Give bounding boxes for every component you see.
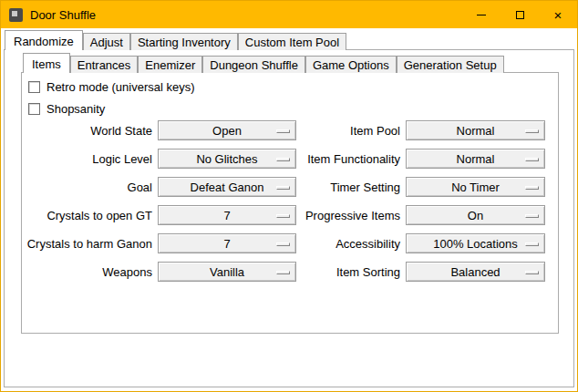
dropdown-value: Normal <box>457 152 495 166</box>
dropdown-indicator-icon <box>525 129 539 133</box>
dropdown-value: 7 <box>223 209 230 222</box>
item-pool-dropdown[interactable]: Normal <box>406 120 545 140</box>
weapons-label: Weapons <box>102 265 152 279</box>
main-tab-bar: Randomize Adjust Starting Inventory Cust… <box>5 30 346 50</box>
titlebar[interactable]: Door Shuffle × <box>1 1 577 28</box>
close-button[interactable]: × <box>539 1 577 28</box>
dropdown-indicator-icon <box>276 158 290 161</box>
tab-entrances[interactable]: Entrances <box>70 56 139 73</box>
close-icon: × <box>554 8 563 22</box>
dropdown-indicator-icon <box>276 214 290 218</box>
tab-label: Generation Setup <box>404 58 497 72</box>
dropdown-indicator-icon <box>276 186 290 190</box>
door-shuffle-window: Door Shuffle × Randomize Adjust Starting… <box>0 0 578 392</box>
window-title: Door Shuffle <box>30 8 96 22</box>
accessibility-label: Accessibility <box>335 237 400 251</box>
item-functionality-dropdown[interactable]: Normal <box>406 149 545 169</box>
dropdown-indicator-icon <box>525 158 539 161</box>
timer-setting-label: Timer Setting <box>330 181 400 194</box>
tab-label: Items <box>32 57 61 71</box>
timer-setting-dropdown[interactable]: No Timer <box>406 177 545 197</box>
dropdown-value: 100% Locations <box>433 237 518 251</box>
shopsanity-label: Shopsanity <box>46 102 105 116</box>
tab-game-options[interactable]: Game Options <box>305 56 397 73</box>
tab-label: Starting Inventory <box>138 36 231 49</box>
dropdown-value: 7 <box>223 237 230 251</box>
crystals-harm-ganon-label: Crystals to harm Ganon <box>27 237 152 251</box>
tab-label: Adjust <box>90 36 123 49</box>
dropdown-value: No Timer <box>451 181 500 194</box>
sub-tab-bar: Items Entrances Enemizer Dungeon Shuffle… <box>23 53 504 73</box>
window-controls: × <box>462 1 577 28</box>
logic-level-label: Logic Level <box>92 152 152 166</box>
tab-enemizer[interactable]: Enemizer <box>138 56 202 73</box>
dropdown-indicator-icon <box>525 186 539 190</box>
dropdown-value: Vanilla <box>210 265 244 279</box>
dropdown-indicator-icon <box>525 214 539 218</box>
retro-mode-label: Retro mode (universal keys) <box>46 80 195 94</box>
item-sorting-label: Item Sorting <box>336 265 400 279</box>
dropdown-indicator-icon <box>276 129 290 133</box>
world-state-label: World State <box>90 124 152 138</box>
progressive-items-dropdown[interactable]: On <box>406 205 545 225</box>
tab-label: Game Options <box>313 58 389 72</box>
goal-label: Goal <box>128 181 152 194</box>
tab-label: Enemizer <box>145 58 195 72</box>
weapons-dropdown[interactable]: Vanilla <box>158 262 296 282</box>
tab-starting-inventory[interactable]: Starting Inventory <box>130 33 238 50</box>
dropdown-value: Open <box>212 124 242 138</box>
tab-label: Entrances <box>77 58 131 72</box>
crystals-open-gt-dropdown[interactable]: 7 <box>158 205 296 225</box>
app-icon <box>9 8 23 22</box>
crystals-harm-ganon-dropdown[interactable]: 7 <box>158 233 296 253</box>
tab-label: Custom Item Pool <box>245 36 339 49</box>
retro-mode-row: Retro mode (universal keys) <box>28 79 195 94</box>
tab-label: Dungeon Shuffle <box>210 58 298 72</box>
dropdown-value: No Glitches <box>196 152 257 166</box>
accessibility-dropdown[interactable]: 100% Locations <box>406 233 545 253</box>
tab-custom-item-pool[interactable]: Custom Item Pool <box>238 33 346 50</box>
tab-items[interactable]: Items <box>23 53 70 73</box>
logic-level-dropdown[interactable]: No Glitches <box>158 149 296 169</box>
shopsanity-row: Shopsanity <box>28 101 105 116</box>
tab-generation-setup[interactable]: Generation Setup <box>397 56 504 73</box>
item-pool-label: Item Pool <box>350 124 400 138</box>
dropdown-indicator-icon <box>276 242 290 246</box>
settings-grid: World State Open Item Pool Normal Logic … <box>22 120 545 282</box>
maximize-icon <box>516 11 524 19</box>
items-pane: Retro mode (universal keys) Shopsanity W… <box>21 72 559 334</box>
dropdown-value: Defeat Ganon <box>191 181 264 194</box>
dropdown-indicator-icon <box>525 242 539 246</box>
dropdown-indicator-icon <box>276 271 290 274</box>
tab-adjust[interactable]: Adjust <box>83 33 130 50</box>
tab-randomize[interactable]: Randomize <box>5 30 83 50</box>
shopsanity-checkbox[interactable] <box>28 103 40 115</box>
minimize-button[interactable] <box>462 1 501 28</box>
dropdown-value: Normal <box>457 124 495 138</box>
retro-mode-checkbox[interactable] <box>28 81 40 93</box>
dropdown-value: On <box>468 209 483 222</box>
world-state-dropdown[interactable]: Open <box>158 120 296 140</box>
item-sorting-dropdown[interactable]: Balanced <box>406 262 545 282</box>
tab-dungeon-shuffle[interactable]: Dungeon Shuffle <box>202 56 305 73</box>
item-functionality-label: Item Functionality <box>307 152 400 166</box>
tab-label: Randomize <box>14 35 74 48</box>
minimize-icon <box>477 15 486 15</box>
progressive-items-label: Progressive Items <box>305 209 400 222</box>
dropdown-indicator-icon <box>525 271 539 274</box>
maximize-button[interactable] <box>501 1 539 28</box>
dropdown-value: Balanced <box>450 265 500 279</box>
goal-dropdown[interactable]: Defeat Ganon <box>158 177 296 197</box>
crystals-open-gt-label: Crystals to open GT <box>46 209 152 222</box>
